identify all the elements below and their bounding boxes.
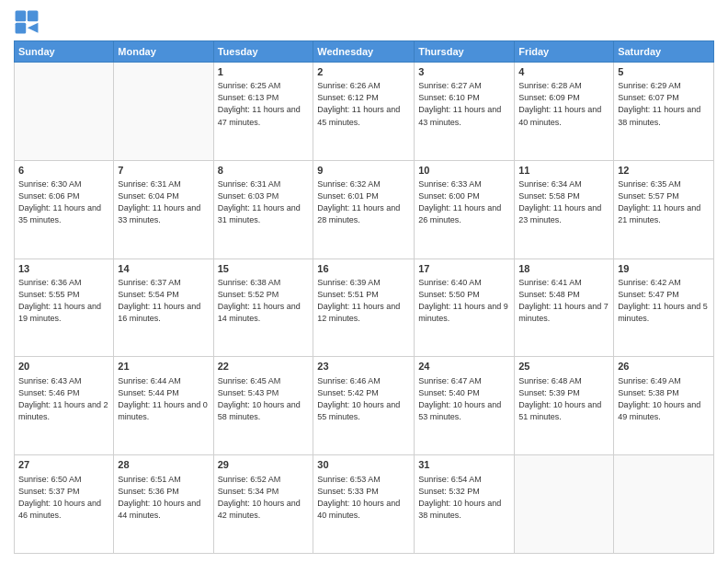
day-number: 13: [18, 262, 109, 276]
calendar-cell: 24Sunrise: 6:47 AMSunset: 5:40 PMDayligh…: [415, 357, 515, 455]
day-info: Sunrise: 6:26 AMSunset: 6:12 PMDaylight:…: [317, 80, 410, 128]
calendar-cell: 6Sunrise: 6:30 AMSunset: 6:06 PMDaylight…: [15, 160, 114, 259]
calendar-cell: 28Sunrise: 6:51 AMSunset: 5:36 PMDayligh…: [114, 455, 213, 554]
day-info: Sunrise: 6:48 AMSunset: 5:39 PMDaylight:…: [518, 375, 609, 423]
calendar-cell: 5Sunrise: 6:29 AMSunset: 6:07 PMDaylight…: [614, 63, 714, 161]
day-number: 21: [118, 360, 209, 373]
day-info: Sunrise: 6:54 AMSunset: 5:32 PMDaylight:…: [418, 474, 510, 522]
day-info: Sunrise: 6:33 AMSunset: 6:00 PMDaylight:…: [418, 178, 510, 226]
calendar-table: SundayMondayTuesdayWednesdayThursdayFrid…: [14, 40, 714, 554]
day-info: Sunrise: 6:38 AMSunset: 5:52 PMDaylight:…: [218, 277, 310, 325]
day-info: Sunrise: 6:45 AMSunset: 5:43 PMDaylight:…: [218, 375, 310, 423]
calendar-week-2: 6Sunrise: 6:30 AMSunset: 6:06 PMDaylight…: [15, 160, 714, 259]
day-info: Sunrise: 6:46 AMSunset: 5:42 PMDaylight:…: [317, 375, 410, 423]
calendar-cell: 21Sunrise: 6:44 AMSunset: 5:44 PMDayligh…: [114, 357, 213, 455]
calendar-cell: 16Sunrise: 6:39 AMSunset: 5:51 PMDayligh…: [313, 259, 415, 357]
day-info: Sunrise: 6:37 AMSunset: 5:54 PMDaylight:…: [118, 277, 209, 325]
day-number: 8: [218, 164, 310, 178]
calendar-cell: 2Sunrise: 6:26 AMSunset: 6:12 PMDaylight…: [313, 63, 415, 161]
column-header-friday: Friday: [515, 41, 614, 63]
day-info: Sunrise: 6:34 AMSunset: 5:58 PMDaylight:…: [518, 178, 609, 226]
calendar-cell: 25Sunrise: 6:48 AMSunset: 5:39 PMDayligh…: [515, 357, 614, 455]
day-number: 18: [518, 262, 609, 276]
day-number: 26: [618, 360, 710, 373]
day-number: 15: [218, 262, 310, 276]
day-number: 7: [118, 164, 209, 178]
day-number: 31: [418, 458, 510, 472]
calendar-cell: 4Sunrise: 6:28 AMSunset: 6:09 PMDaylight…: [515, 63, 614, 161]
calendar-cell: 3Sunrise: 6:27 AMSunset: 6:10 PMDaylight…: [415, 63, 515, 161]
day-info: Sunrise: 6:31 AMSunset: 6:04 PMDaylight:…: [118, 178, 209, 226]
calendar-cell: 20Sunrise: 6:43 AMSunset: 5:46 PMDayligh…: [15, 357, 114, 455]
day-info: Sunrise: 6:41 AMSunset: 5:48 PMDaylight:…: [518, 277, 609, 325]
column-header-saturday: Saturday: [614, 41, 714, 63]
day-info: Sunrise: 6:39 AMSunset: 5:51 PMDaylight:…: [317, 277, 410, 325]
calendar-cell: 14Sunrise: 6:37 AMSunset: 5:54 PMDayligh…: [114, 259, 213, 357]
day-number: 29: [218, 458, 310, 472]
day-number: 14: [118, 262, 209, 276]
day-info: Sunrise: 6:44 AMSunset: 5:44 PMDaylight:…: [118, 375, 209, 423]
calendar-cell: 17Sunrise: 6:40 AMSunset: 5:50 PMDayligh…: [415, 259, 515, 357]
calendar-cell: 27Sunrise: 6:50 AMSunset: 5:37 PMDayligh…: [15, 455, 114, 554]
calendar-cell: [515, 455, 614, 554]
day-number: 4: [518, 65, 609, 79]
calendar-cell: [114, 63, 213, 161]
day-info: Sunrise: 6:31 AMSunset: 6:03 PMDaylight:…: [218, 178, 310, 226]
day-number: 19: [618, 262, 710, 276]
calendar-cell: 31Sunrise: 6:54 AMSunset: 5:32 PMDayligh…: [415, 455, 515, 554]
svg-rect-2: [16, 23, 27, 34]
day-info: Sunrise: 6:40 AMSunset: 5:50 PMDaylight:…: [418, 277, 510, 325]
calendar-cell: 8Sunrise: 6:31 AMSunset: 6:03 PMDaylight…: [213, 160, 313, 259]
calendar-cell: [614, 455, 714, 554]
column-header-wednesday: Wednesday: [313, 41, 415, 63]
svg-rect-0: [16, 11, 27, 22]
calendar-cell: 12Sunrise: 6:35 AMSunset: 5:57 PMDayligh…: [614, 160, 714, 259]
calendar-cell: 18Sunrise: 6:41 AMSunset: 5:48 PMDayligh…: [515, 259, 614, 357]
day-info: Sunrise: 6:35 AMSunset: 5:57 PMDaylight:…: [618, 178, 710, 226]
svg-marker-3: [28, 23, 39, 33]
day-number: 17: [418, 262, 510, 276]
calendar-cell: 13Sunrise: 6:36 AMSunset: 5:55 PMDayligh…: [15, 259, 114, 357]
day-number: 27: [18, 458, 109, 472]
day-number: 23: [317, 360, 410, 373]
day-info: Sunrise: 6:30 AMSunset: 6:06 PMDaylight:…: [18, 178, 109, 226]
day-number: 12: [618, 164, 710, 178]
day-number: 24: [418, 360, 510, 373]
calendar-week-3: 13Sunrise: 6:36 AMSunset: 5:55 PMDayligh…: [15, 259, 714, 357]
day-number: 5: [618, 65, 710, 79]
calendar-week-5: 27Sunrise: 6:50 AMSunset: 5:37 PMDayligh…: [15, 455, 714, 554]
logo-icon: [14, 9, 40, 35]
day-number: 2: [317, 65, 410, 79]
calendar-cell: 30Sunrise: 6:53 AMSunset: 5:33 PMDayligh…: [313, 455, 415, 554]
day-info: Sunrise: 6:27 AMSunset: 6:10 PMDaylight:…: [418, 80, 510, 128]
day-number: 30: [317, 458, 410, 472]
calendar-cell: 26Sunrise: 6:49 AMSunset: 5:38 PMDayligh…: [614, 357, 714, 455]
page: SundayMondayTuesdayWednesdayThursdayFrid…: [0, 0, 728, 563]
calendar-cell: 1Sunrise: 6:25 AMSunset: 6:13 PMDaylight…: [213, 63, 313, 161]
day-info: Sunrise: 6:36 AMSunset: 5:55 PMDaylight:…: [18, 277, 109, 325]
day-info: Sunrise: 6:29 AMSunset: 6:07 PMDaylight:…: [618, 80, 710, 128]
day-number: 20: [18, 360, 109, 373]
day-number: 10: [418, 164, 510, 178]
calendar-cell: 19Sunrise: 6:42 AMSunset: 5:47 PMDayligh…: [614, 259, 714, 357]
day-info: Sunrise: 6:52 AMSunset: 5:34 PMDaylight:…: [218, 474, 310, 522]
svg-rect-1: [28, 11, 39, 22]
day-info: Sunrise: 6:47 AMSunset: 5:40 PMDaylight:…: [418, 375, 510, 423]
day-number: 6: [18, 164, 109, 178]
calendar-cell: 7Sunrise: 6:31 AMSunset: 6:04 PMDaylight…: [114, 160, 213, 259]
calendar-week-1: 1Sunrise: 6:25 AMSunset: 6:13 PMDaylight…: [15, 63, 714, 161]
column-header-tuesday: Tuesday: [213, 41, 313, 63]
logo: [14, 9, 43, 35]
day-info: Sunrise: 6:28 AMSunset: 6:09 PMDaylight:…: [518, 80, 609, 128]
day-number: 25: [518, 360, 609, 373]
header: [14, 9, 714, 35]
day-info: Sunrise: 6:51 AMSunset: 5:36 PMDaylight:…: [118, 474, 209, 522]
day-number: 3: [418, 65, 510, 79]
column-header-monday: Monday: [114, 41, 213, 63]
day-info: Sunrise: 6:50 AMSunset: 5:37 PMDaylight:…: [18, 474, 109, 522]
calendar-cell: 10Sunrise: 6:33 AMSunset: 6:00 PMDayligh…: [415, 160, 515, 259]
calendar-week-4: 20Sunrise: 6:43 AMSunset: 5:46 PMDayligh…: [15, 357, 714, 455]
calendar-cell: 11Sunrise: 6:34 AMSunset: 5:58 PMDayligh…: [515, 160, 614, 259]
day-number: 22: [218, 360, 310, 373]
day-number: 9: [317, 164, 410, 178]
